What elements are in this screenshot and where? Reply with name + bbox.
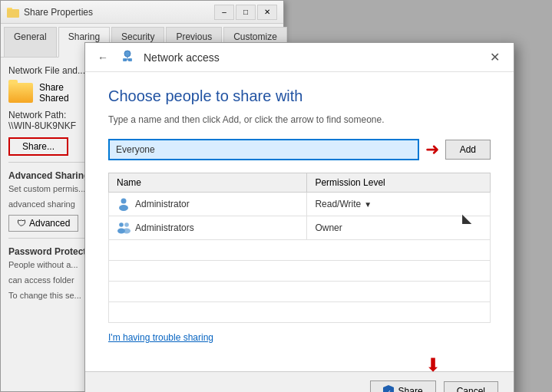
add-button[interactable]: Add — [445, 140, 491, 160]
back-button[interactable]: ← — [94, 50, 111, 65]
folder-label: Share Shared — [39, 82, 69, 104]
table-row-empty-3 — [109, 282, 491, 302]
trouble-link[interactable]: I'm having trouble sharing — [108, 332, 213, 343]
table-row: Administrators Owner — [109, 216, 491, 240]
folder-icon — [8, 83, 33, 103]
arrow-right-icon: ➜ — [425, 141, 439, 158]
col-name: Name — [109, 173, 307, 193]
folder-icon — [7, 6, 19, 18]
table-row-empty-4 — [109, 302, 491, 323]
svg-point-3 — [124, 51, 131, 57]
user-name-cell: Administrator — [109, 193, 307, 216]
svg-point-9 — [119, 205, 128, 211]
user-name-admin: Administrator — [135, 199, 190, 209]
user-cell-admins: Administrators — [117, 221, 299, 235]
tab-general[interactable]: General — [4, 27, 57, 57]
shield-small-icon: 🛡 — [17, 218, 26, 229]
minimize-button[interactable]: – — [214, 5, 234, 20]
network-access-dialog: ← Network access ✕ Choose people to shar… — [84, 42, 514, 392]
close-button[interactable]: ✕ — [257, 5, 277, 20]
group-icon — [117, 221, 131, 235]
user-name-cell-2: Administrators — [109, 216, 307, 240]
table-row-empty-1 — [109, 240, 491, 261]
user-name-admins: Administrators — [135, 222, 194, 233]
dialog-title: Network access — [144, 51, 220, 64]
dialog-heading: Choose people to share with — [108, 87, 491, 105]
permission-cell-admin: Read/Write ▼ — [307, 193, 491, 216]
maximize-button[interactable]: □ — [236, 5, 256, 20]
svg-point-13 — [123, 229, 131, 234]
dialog-body: Choose people to share with Type a name … — [85, 72, 514, 358]
network-nav-icon — [119, 49, 136, 66]
share-table: Name Permission Level Administrator — [108, 173, 491, 323]
svg-text:✓: ✓ — [385, 389, 391, 393]
input-wrapper — [108, 139, 419, 160]
footer-share-button[interactable]: ✓ Share — [370, 380, 436, 393]
name-input[interactable] — [110, 140, 418, 159]
dropdown-icon-admin[interactable]: ▼ — [364, 200, 372, 209]
col-permission: Permission Level — [307, 173, 491, 193]
window-title: Share Properties — [24, 7, 210, 18]
table-row-empty-2 — [109, 261, 491, 282]
footer-cancel-button[interactable]: Cancel — [444, 381, 498, 393]
window-controls: – □ ✕ — [214, 5, 277, 20]
person-icon — [117, 197, 131, 211]
user-cell-admin: Administrator — [117, 197, 299, 211]
dialog-footer: ✓ Share Cancel — [85, 371, 514, 392]
window-titlebar: Share Properties – □ ✕ — [1, 1, 283, 24]
dialog-header: ← Network access ✕ — [85, 43, 514, 72]
svg-point-8 — [121, 199, 127, 204]
shield-footer-icon: ✓ — [383, 385, 394, 393]
share-button[interactable]: Share... — [8, 137, 68, 156]
advanced-button[interactable]: 🛡 Advanced — [8, 215, 78, 232]
network-path-value: \\WIN-8UK9NKF — [8, 120, 76, 131]
permission-admin: Read/Write ▼ — [315, 199, 482, 209]
dialog-close-button[interactable]: ✕ — [485, 48, 504, 66]
svg-point-10 — [119, 222, 124, 227]
input-row: ➜ Add — [108, 139, 491, 160]
permission-cell-admins: Owner — [307, 216, 491, 240]
table-row: Administrator Read/Write ▼ — [109, 193, 491, 216]
svg-rect-2 — [7, 9, 19, 18]
dialog-instruction: Type a name and then click Add, or click… — [108, 114, 491, 125]
svg-point-12 — [124, 222, 129, 227]
